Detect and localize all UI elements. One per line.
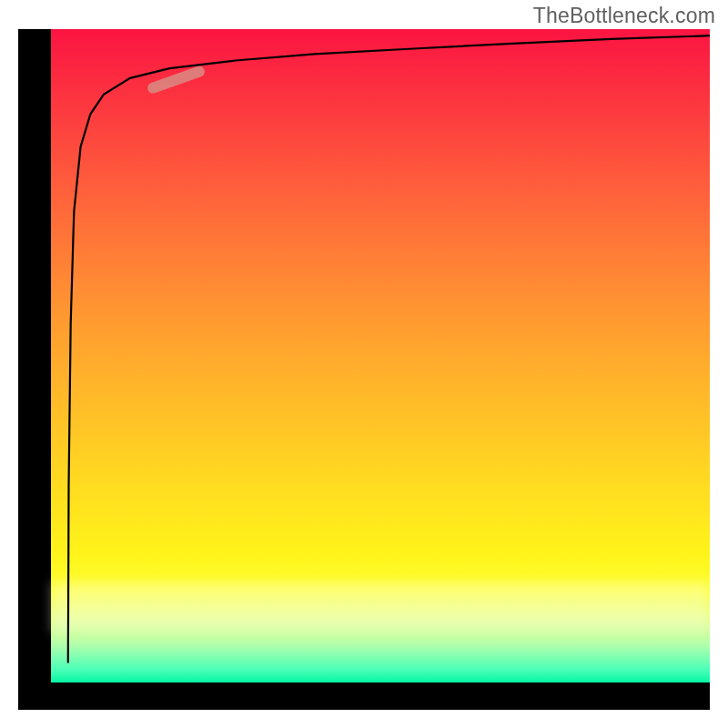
attribution-text: TheBottleneck.com [533,4,715,28]
highlight-marker [153,72,199,88]
curve-layer [51,29,710,682]
chart-stage: TheBottleneck.com [0,0,728,728]
bottleneck-curve [68,35,710,662]
